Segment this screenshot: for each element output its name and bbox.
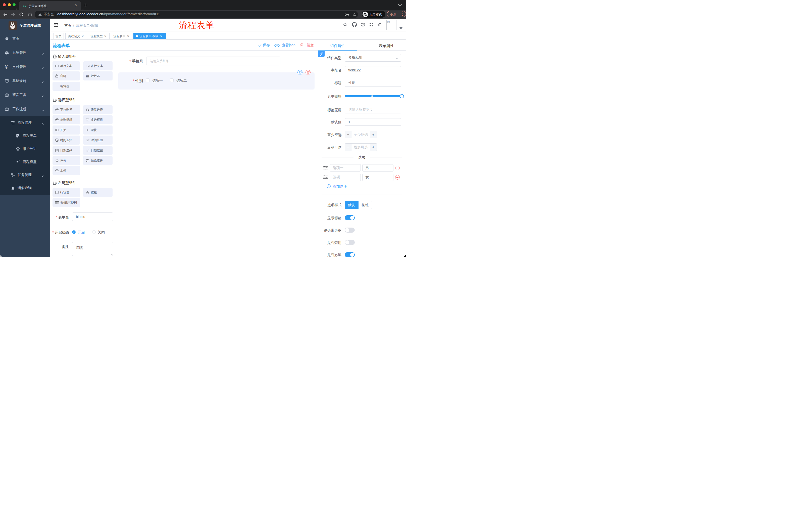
svg-text:123: 123 bbox=[86, 75, 89, 77]
